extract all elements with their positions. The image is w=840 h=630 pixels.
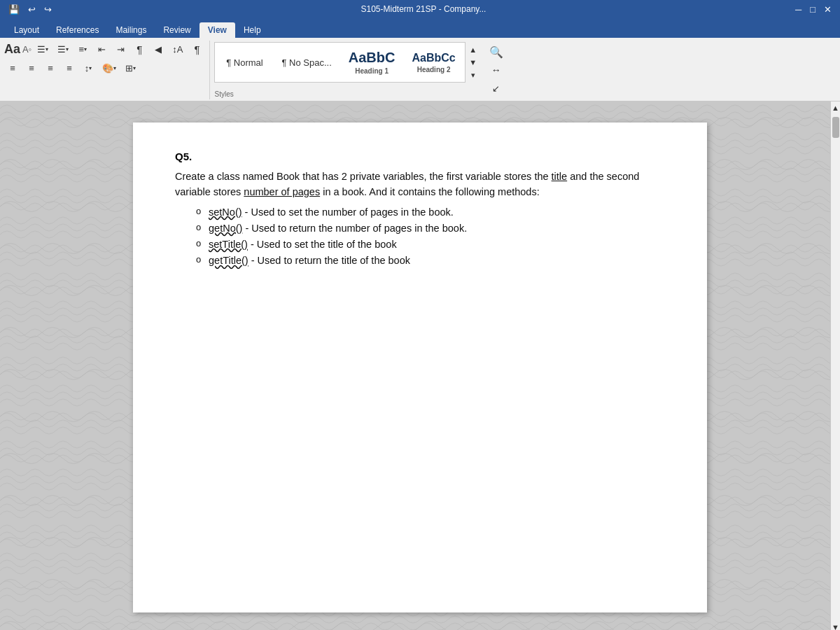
font-row2: ≡ ≡ ≡ ≡ ↕ ▾ 🎨 ▾ ⊞ ▾ (4, 59, 205, 76)
style-heading2-preview: AaBbCc (412, 52, 455, 64)
vertical-scrollbar[interactable]: ▲ ▼ (830, 102, 840, 630)
increase-indent-icon: ⇥ (117, 44, 125, 55)
style-heading1-label: Heading 1 (355, 67, 388, 75)
style-normal-preview: ¶ Normal (226, 57, 263, 68)
sort-icon: ↕A (172, 44, 183, 55)
tab-mailings[interactable]: Mailings (107, 22, 155, 38)
bullet-dropdown-icon: ▾ (46, 46, 48, 52)
ribbon-tabs: Layout References Mailings Review View H… (0, 18, 840, 38)
number-list-btn[interactable]: ☰ ▾ (54, 41, 72, 57)
align-left-btn[interactable]: ≡ (4, 59, 21, 76)
multilevel-dropdown-icon: ▾ (84, 46, 87, 52)
paragraph-mark-icon: ¶ (194, 43, 200, 55)
shading-btn[interactable]: 🎨 ▾ (99, 59, 120, 76)
styles-scroll: ▲ ▼ ▾ (465, 42, 481, 83)
tab-view[interactable]: View (200, 22, 235, 38)
q5-label: Q5. (175, 150, 665, 162)
find-replace-icon[interactable]: ↔ (488, 62, 505, 78)
tab-help[interactable]: Help (235, 22, 270, 38)
document-title: S105-Midterm 21SP - Company... (57, 4, 790, 14)
getno-method: getNo() (209, 223, 242, 234)
title-bar: 💾 ↩ ↪ S105-Midterm 21SP - Company... ─ □… (0, 0, 840, 18)
styles-more-btn[interactable]: ▾ (467, 69, 479, 81)
line-spacing-btn[interactable]: ↕ ▾ (80, 59, 97, 76)
gettitle-method: getTitle() (209, 255, 248, 266)
styles-section: ¶ Normal ¶ No Spac... AaBbC Heading 1 Aa… (210, 41, 484, 99)
style-heading1-preview: AaBbC (349, 50, 396, 66)
justify-icon: ≡ (66, 63, 72, 74)
scrollbar-thumb[interactable] (832, 117, 839, 138)
shading-dropdown-icon: ▾ (113, 65, 116, 71)
multilevel-list-btn[interactable]: ≡ ▾ (74, 41, 91, 57)
tab-references[interactable]: References (48, 22, 107, 38)
sort-btn[interactable]: ↕A (169, 41, 186, 57)
search-icon[interactable]: 🔍 (488, 43, 505, 60)
font-row1: Aa A◦ ☰ ▾ ☰ ▾ ≡ ▾ ⇤ ⇥ ¶ (4, 41, 205, 57)
undo-button[interactable]: ↩ (25, 3, 38, 16)
setno-method: setNo() (209, 206, 242, 218)
bullet-list-icon: ☰ (37, 44, 46, 55)
scroll-down-arrow[interactable]: ▼ (831, 621, 841, 630)
justify-btn[interactable]: ≡ (61, 59, 78, 76)
line-spacing-dropdown-icon: ▾ (89, 65, 92, 71)
styles-scroll-down[interactable]: ▼ (467, 56, 479, 69)
align-center-icon: ≡ (29, 63, 34, 74)
font-group: Aa A◦ ☰ ▾ ☰ ▾ ≡ ▾ ⇤ ⇥ ¶ (0, 41, 210, 99)
settitle-method: setTitle() (209, 239, 248, 250)
styles-label: Styles (214, 90, 233, 98)
align-right-icon: ≡ (48, 63, 53, 74)
style-heading1[interactable]: AaBbC Heading 1 (341, 44, 403, 80)
tab-review[interactable]: Review (155, 22, 199, 38)
document-page: Q5. Create a class named Book that has 2… (133, 122, 707, 612)
right-panel: 🔍 ↔ ↙ (485, 41, 507, 99)
scroll-up-arrow[interactable]: ▲ (831, 102, 841, 114)
methods-list: setNo() - Used to set the number of page… (196, 204, 665, 270)
font-size-large: Aa (4, 42, 20, 57)
style-heading2-label: Heading 2 (417, 66, 451, 74)
increase-indent-btn[interactable]: ⇥ (112, 41, 129, 57)
bullet-list-btn[interactable]: ☰ ▾ (34, 41, 52, 57)
ribbon-panel: Aa A◦ ☰ ▾ ☰ ▾ ≡ ▾ ⇤ ⇥ ¶ (0, 38, 840, 102)
multilevel-list-icon: ≡ (79, 44, 85, 55)
paragraph-mark-btn[interactable]: ¶ (188, 41, 205, 57)
number-list-icon: ☰ (57, 44, 66, 55)
number-dropdown-icon: ▾ (66, 46, 69, 52)
decrease-indent-btn[interactable]: ⇤ (93, 41, 110, 57)
style-heading2[interactable]: AaBbCc Heading 2 (404, 44, 463, 80)
shading-icon: 🎨 (102, 63, 113, 74)
list-item: setNo() - Used to set the number of page… (196, 204, 665, 220)
borders-dropdown-icon: ▾ (133, 65, 136, 71)
style-normal[interactable]: ¶ Normal (216, 44, 272, 80)
style-nospac-preview: ¶ No Spac... (281, 57, 331, 68)
redo-button[interactable]: ↪ (41, 3, 55, 16)
styles-scroll-up[interactable]: ▲ (467, 43, 479, 56)
list-item: getTitle() - Used to return the title of… (196, 253, 665, 269)
align-left-icon: ≡ (10, 63, 15, 74)
style-no-spacing[interactable]: ¶ No Spac... (274, 44, 339, 80)
close-button[interactable]: ✕ (821, 3, 834, 16)
select-icon[interactable]: ↙ (488, 80, 505, 97)
title-underline: title (552, 171, 568, 182)
tab-layout[interactable]: Layout (6, 22, 48, 38)
rtl-icon: ◀ (155, 44, 162, 55)
align-center-btn[interactable]: ≡ (23, 59, 40, 76)
list-item: getNo() - Used to return the number of p… (196, 220, 665, 237)
list-item: setTitle() - Used to set the title of th… (196, 237, 665, 253)
minimize-button[interactable]: ─ (792, 3, 804, 16)
styles-gallery: ¶ Normal ¶ No Spac... AaBbC Heading 1 Aa… (214, 42, 465, 83)
show-formatting-btn[interactable]: ¶ (131, 41, 148, 57)
borders-btn[interactable]: ⊞ ▾ (122, 59, 139, 76)
save-button[interactable]: 💾 (6, 3, 22, 16)
q5-paragraph: Create a class named Book that has 2 pri… (175, 169, 665, 200)
rtl-btn[interactable]: ◀ (150, 41, 167, 57)
maximize-button[interactable]: □ (807, 3, 818, 16)
font-size-small: A◦ (22, 44, 31, 55)
show-formatting-icon: ¶ (136, 43, 142, 55)
decrease-indent-icon: ⇤ (98, 44, 106, 55)
align-right-btn[interactable]: ≡ (42, 59, 59, 76)
borders-icon: ⊞ (125, 63, 133, 74)
number-of-pages-underline: number of pages (244, 186, 320, 197)
